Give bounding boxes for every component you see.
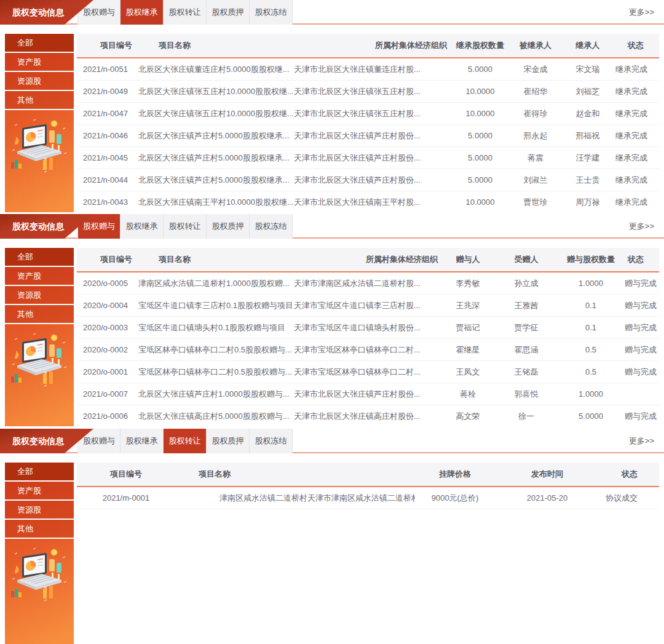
table-cell: 宝坻区林亭口镇林亭口二村0.5股股权赠与...	[138, 344, 294, 356]
table-cell: 继承完成	[615, 86, 659, 97]
table-row[interactable]: 2021/o-0006北辰区大张庄镇高庄村5.0000股股权赠与...天津市北辰…	[77, 405, 659, 426]
panel-header: 股权变动信息 股权赠与股权继承股权转让股权质押股权冻结 更多>>	[0, 429, 664, 453]
panel-equity-gift: 股权变动信息 股权赠与股权继承股权转让股权质押股权冻结 更多>> 全部资产股资源…	[0, 214, 664, 426]
tab-equity-inheritance[interactable]: 股权继承	[121, 214, 164, 239]
sidebar-item-other[interactable]: 其他	[5, 91, 74, 110]
table-row[interactable]: 2021/n-0047北辰区大张庄镇张五庄村10.0000股股权继...天津市北…	[77, 103, 659, 125]
table-cell: 10.0000	[449, 109, 511, 118]
tab-equity-transfer[interactable]: 股权转让	[164, 214, 207, 239]
tab-equity-inheritance[interactable]: 股权继承	[121, 429, 164, 453]
table-cell: 1.0000	[557, 389, 625, 399]
sidebar-item-other[interactable]: 其他	[5, 520, 74, 539]
table-cell: 王铭磊	[496, 367, 557, 378]
table-cell: 继承完成	[615, 175, 659, 186]
table-cell: 李秀敏	[440, 278, 496, 289]
table-row[interactable]: 2020/o-0005津南区咸水沽镇二道桥村1.0000股股权赠...天津市津南…	[77, 272, 659, 295]
category-sidebar: 全部资产股资源股其他	[5, 463, 74, 644]
table-cell: 天津市宝坻区牛道口镇塘头村股份...	[294, 322, 440, 333]
sidebar-item-asset-shares[interactable]: 资产股	[5, 53, 74, 72]
table-cell: 蒋震	[511, 153, 560, 164]
table-cell: 2021-05-20	[495, 493, 599, 503]
tab-equity-transfer[interactable]: 股权转让	[164, 0, 207, 25]
sidebar-item-resource-shares[interactable]: 资源股	[5, 501, 74, 520]
sidebar-item-all[interactable]: 全部	[5, 34, 74, 53]
sidebar-item-asset-shares[interactable]: 资产股	[5, 482, 74, 501]
tab-equity-freeze[interactable]: 股权冻结	[250, 0, 293, 25]
table-cell: 2021/n-0045	[77, 153, 138, 162]
tab-equity-pledge[interactable]: 股权质押	[207, 429, 250, 453]
table-cell: 汪学建	[560, 153, 615, 164]
table-row[interactable]: 2020/o-0004宝坻区牛道口镇李三店村0.1股股权赠与项目天津市宝坻区牛道…	[77, 295, 659, 317]
table-row[interactable]: 2020/o-0001宝坻区林亭口镇林亭口二村0.5股股权赠与...天津市宝坻区…	[77, 361, 659, 383]
table-header-row: 项目编号项目名称挂牌价格发布时间状态	[77, 463, 659, 487]
sidebar-item-resource-shares[interactable]: 资源股	[5, 72, 74, 91]
table-cell: 5.0000	[449, 131, 511, 140]
tab-equity-inheritance[interactable]: 股权继承	[121, 0, 164, 25]
table-body: 2020/o-0005津南区咸水沽镇二道桥村1.0000股股权赠...天津市津南…	[77, 272, 659, 426]
table-cell: 10.0000	[449, 87, 511, 96]
more-link[interactable]: 更多>>	[629, 429, 654, 453]
tab-equity-freeze[interactable]: 股权冻结	[250, 429, 293, 453]
table-cell: 蒋栓	[440, 389, 496, 400]
table-cell: 2021/n-0049	[77, 87, 138, 96]
sidebar-item-all[interactable]: 全部	[5, 248, 74, 267]
more-link[interactable]: 更多>>	[629, 214, 654, 239]
table-cell: 贾学征	[496, 322, 557, 333]
table-row[interactable]: 2021/o-0007北辰区大张庄镇芦庄村1.0000股股权赠与...天津市北辰…	[77, 383, 659, 405]
panel-body: 全部资产股资源股其他 项目编号项目名称所属村集体经济组织赠与人受赠人赠与股权数量…	[0, 248, 664, 426]
table-cell: 赠与完成	[625, 300, 659, 311]
table-cell: 王兆深	[440, 300, 496, 311]
table-cell: 天津市宝坻区牛道口镇李三店村股...	[294, 300, 440, 311]
table-row[interactable]: 2020/o-0003宝坻区牛道口镇塘头村0.1股股权赠与项目天津市宝坻区牛道口…	[77, 317, 659, 339]
column-header: 状态	[599, 469, 659, 480]
table-cell: 2021/o-0007	[77, 389, 138, 399]
panel-title: 股权变动信息	[12, 7, 64, 17]
more-link[interactable]: 更多>>	[629, 0, 654, 25]
category-sidebar: 全部资产股资源股其他	[5, 248, 74, 426]
table-row[interactable]: 2020/o-0002宝坻区林亭口镇林亭口二村0.5股股权赠与...天津市宝坻区…	[77, 339, 659, 361]
table-cell: 2021/n-0043	[77, 197, 138, 207]
table-cell: 0.5	[557, 367, 625, 376]
tab-equity-pledge[interactable]: 股权质押	[207, 0, 250, 25]
table-cell: 天津市北辰区大张庄镇芦庄村股份...	[294, 175, 449, 186]
table-row[interactable]: 2021/n-0046北辰区大张庄镇芦庄村5.0000股股权继承...天津市北辰…	[77, 125, 659, 147]
table-cell: 5.0000	[557, 411, 625, 421]
tab-equity-pledge[interactable]: 股权质押	[207, 214, 250, 239]
table-cell: 0.5	[557, 345, 625, 354]
table-cell: 继承完成	[615, 130, 659, 141]
table-cell: 天津市北辰区大张庄镇南王平村股...	[294, 197, 449, 208]
panel-header: 股权变动信息 股权赠与股权继承股权转让股权质押股权冻结 更多>>	[0, 0, 664, 25]
laptop-analytics-illustration	[9, 331, 70, 392]
sidebar-item-all[interactable]: 全部	[5, 463, 74, 482]
table-row[interactable]: 2021/n-0043北辰区大张庄镇南王平村10.0000股股权继...天津市北…	[77, 191, 659, 212]
sidebar-item-asset-shares[interactable]: 资产股	[5, 267, 74, 286]
table-cell: 北辰区大张庄镇芦庄村5.0000股股权继承...	[138, 130, 294, 141]
table-cell: 崔得珍	[511, 108, 560, 119]
table-row[interactable]: 2021/n-0049北辰区大张庄镇张五庄村10.0000股股权继...天津市北…	[77, 81, 659, 103]
table-row[interactable]: 2021/n-0051北辰区大张庄镇董连庄村5.0000股股权继...天津市北辰…	[77, 58, 659, 81]
table-body: 2021/n-0051北辰区大张庄镇董连庄村5.0000股股权继...天津市北辰…	[77, 58, 659, 212]
table-cell: 2021/n-0047	[77, 109, 138, 118]
table-header-row: 项目编号项目名称所属村集体经济组织赠与人受赠人赠与股权数量状态	[77, 248, 659, 272]
table-cell: 刘福芝	[560, 86, 615, 97]
category-list: 全部资产股资源股其他	[5, 463, 74, 539]
tab-equity-freeze[interactable]: 股权冻结	[250, 214, 293, 239]
tab-bar: 股权赠与股权继承股权转让股权质押股权冻结	[77, 0, 293, 25]
table-cell: 崔绍华	[511, 86, 560, 97]
table-cell: 赠与完成	[625, 411, 659, 422]
tab-equity-transfer[interactable]: 股权转让	[164, 429, 207, 453]
column-header: 继承人	[560, 40, 615, 51]
sidebar-item-other[interactable]: 其他	[5, 305, 74, 324]
column-header: 赠与股权数量	[557, 254, 625, 265]
column-header: 受赠人	[496, 254, 557, 265]
table-row[interactable]: 2021/n-0045北辰区大张庄镇芦庄村5.0000股股权继承...天津市北辰…	[77, 147, 659, 169]
table-cell: 2020/o-0001	[77, 367, 138, 376]
table-cell: 王士贵	[560, 175, 615, 186]
table-cell: 赠与完成	[625, 322, 659, 333]
table-cell: 北辰区大张庄镇董连庄村5.0000股股权继...	[138, 64, 294, 75]
sidebar-item-resource-shares[interactable]: 资源股	[5, 286, 74, 305]
column-header: 继承股权数量	[449, 40, 511, 51]
table-row[interactable]: 2021/n-0044北辰区大张庄镇芦庄村5.0000股股权继承...天津市北辰…	[77, 169, 659, 191]
table-cell: 邢永起	[511, 130, 560, 141]
table-row[interactable]: 2021/m-0001津南区咸水沽镇二道桥村天津市津南区咸水沽镇二道桥村股份经.…	[77, 487, 659, 509]
